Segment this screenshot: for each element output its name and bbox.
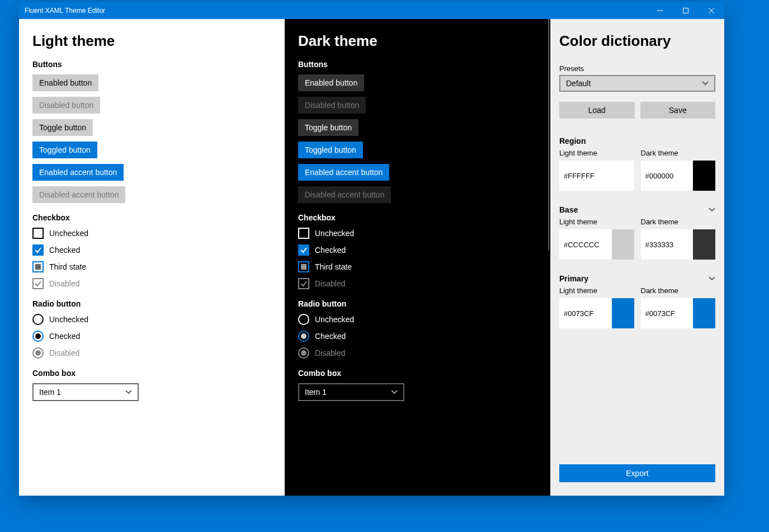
- light-combo-heading: Combo box: [32, 369, 271, 378]
- swatch-label: Dark theme: [641, 149, 716, 157]
- dark-buttons-heading: Buttons: [298, 60, 537, 69]
- dark-accent-button[interactable]: Enabled accent button: [298, 164, 389, 181]
- dark-checkbox-checked[interactable]: Checked: [298, 244, 537, 256]
- dark-combo[interactable]: Item 1: [298, 383, 404, 401]
- light-checkbox-heading: Checkbox: [32, 213, 271, 222]
- light-disabled-button: Disabled button: [32, 97, 100, 114]
- section-label: Primary: [559, 274, 588, 283]
- radio-icon: [298, 314, 309, 325]
- presets-label: Presets: [559, 64, 715, 73]
- preset-dropdown[interactable]: Default: [559, 75, 715, 92]
- hex-value: #0073CF: [564, 309, 593, 318]
- base-light-swatch[interactable]: #CCCCCC: [559, 229, 634, 260]
- radio-disabled-icon: [298, 347, 309, 359]
- light-enabled-button[interactable]: Enabled button: [32, 74, 98, 91]
- dark-heading: Dark theme: [298, 32, 537, 50]
- close-button[interactable]: [699, 2, 724, 19]
- light-radio-disabled: Disabled: [32, 347, 271, 359]
- app-window: Fluent XAML Theme Editor Light theme But…: [19, 2, 724, 496]
- radio-label: Checked: [49, 332, 80, 341]
- chevron-down-icon: [709, 206, 715, 213]
- maximize-button[interactable]: [673, 2, 699, 19]
- checkbox-label: Disabled: [49, 279, 79, 288]
- section-label: Base: [559, 205, 578, 214]
- load-button[interactable]: Load: [559, 102, 635, 119]
- dark-checkbox-third[interactable]: Third state: [298, 261, 537, 272]
- hex-value: #000000: [645, 172, 674, 180]
- light-checkbox-checked[interactable]: Checked: [32, 244, 271, 256]
- checkbox-disabled-icon: [32, 278, 44, 289]
- light-checkbox-unchecked[interactable]: Unchecked: [32, 228, 271, 239]
- export-button[interactable]: Export: [559, 464, 715, 482]
- hex-value: #CCCCCC: [564, 241, 600, 249]
- checkbox-indeterminate-icon: [32, 261, 44, 272]
- minimize-icon: [657, 8, 663, 13]
- light-toggle-button[interactable]: Toggle button: [32, 119, 93, 136]
- dark-accent-disabled-button: Disabled accent button: [298, 186, 391, 203]
- maximize-icon: [683, 8, 688, 13]
- base-section[interactable]: Base: [559, 205, 715, 214]
- dark-radio-heading: Radio button: [298, 299, 537, 308]
- dark-checkbox-unchecked[interactable]: Unchecked: [298, 228, 537, 239]
- color-chip: [612, 229, 634, 260]
- radio-checked-icon: [298, 331, 309, 342]
- combo-value: Item 1: [39, 388, 61, 397]
- titlebar: Fluent XAML Theme Editor: [19, 2, 724, 19]
- light-radio-unchecked[interactable]: Unchecked: [32, 314, 271, 325]
- hex-value: #333333: [645, 241, 674, 249]
- minimize-button[interactable]: [647, 2, 673, 19]
- radio-label: Disabled: [315, 349, 345, 357]
- dark-toggled-button[interactable]: Toggled button: [298, 142, 363, 158]
- radio-icon: [32, 314, 44, 325]
- content: Light theme Buttons Enabled button Disab…: [19, 19, 724, 496]
- checkbox-label: Checked: [49, 246, 80, 255]
- radio-label: Checked: [315, 332, 346, 341]
- color-chip: [693, 298, 715, 328]
- swatch-label: Light theme: [559, 218, 634, 226]
- color-chip: [612, 161, 634, 191]
- checkbox-label: Unchecked: [315, 229, 354, 238]
- color-dictionary-heading: Color dictionary: [559, 32, 715, 50]
- section-label: Region: [559, 136, 586, 145]
- light-accent-disabled-button: Disabled accent button: [32, 186, 125, 203]
- dark-radio-checked[interactable]: Checked: [298, 331, 537, 342]
- color-dictionary-panel: Color dictionary Presets Default Load Sa…: [550, 19, 724, 496]
- swatch-label: Dark theme: [641, 286, 716, 295]
- light-combo[interactable]: Item 1: [32, 383, 139, 401]
- dark-checkbox-heading: Checkbox: [298, 213, 537, 222]
- save-button[interactable]: Save: [640, 102, 716, 119]
- checkbox-label: Disabled: [315, 279, 345, 288]
- checkbox-disabled-icon: [298, 278, 309, 289]
- checkbox-label: Checked: [315, 246, 346, 255]
- light-radio-checked[interactable]: Checked: [32, 331, 271, 342]
- checkbox-label: Third state: [315, 262, 352, 271]
- dark-combo-heading: Combo box: [298, 369, 537, 378]
- light-toggled-button[interactable]: Toggled button: [32, 142, 97, 158]
- dark-disabled-button: Disabled button: [298, 97, 366, 114]
- dark-toggle-button[interactable]: Toggle button: [298, 119, 358, 136]
- swatch-label: Light theme: [559, 149, 634, 157]
- primary-section[interactable]: Primary: [559, 274, 715, 283]
- combo-value: Item 1: [305, 388, 327, 397]
- dark-radio-unchecked[interactable]: Unchecked: [298, 314, 537, 325]
- scrollbar[interactable]: [548, 19, 549, 249]
- region-dark-swatch[interactable]: #000000: [641, 161, 716, 191]
- chevron-down-icon: [125, 389, 132, 396]
- dark-enabled-button[interactable]: Enabled button: [298, 74, 364, 91]
- light-checkbox-disabled: Disabled: [32, 278, 271, 289]
- primary-light-swatch[interactable]: #0073CF: [559, 298, 634, 328]
- checkbox-indeterminate-icon: [298, 261, 309, 272]
- checkbox-label: Unchecked: [49, 229, 88, 238]
- primary-dark-swatch[interactable]: #0073CF: [641, 298, 716, 328]
- color-chip: [693, 161, 715, 191]
- svg-rect-1: [683, 8, 688, 13]
- chevron-down-icon: [709, 275, 715, 282]
- light-checkbox-third[interactable]: Third state: [32, 261, 271, 272]
- radio-label: Unchecked: [49, 315, 88, 324]
- light-accent-button[interactable]: Enabled accent button: [32, 164, 124, 181]
- checkbox-icon: [298, 228, 309, 239]
- dark-radio-disabled: Disabled: [298, 347, 537, 359]
- base-dark-swatch[interactable]: #333333: [641, 229, 716, 260]
- color-chip: [612, 298, 634, 328]
- region-light-swatch[interactable]: #FFFFFF: [559, 161, 634, 191]
